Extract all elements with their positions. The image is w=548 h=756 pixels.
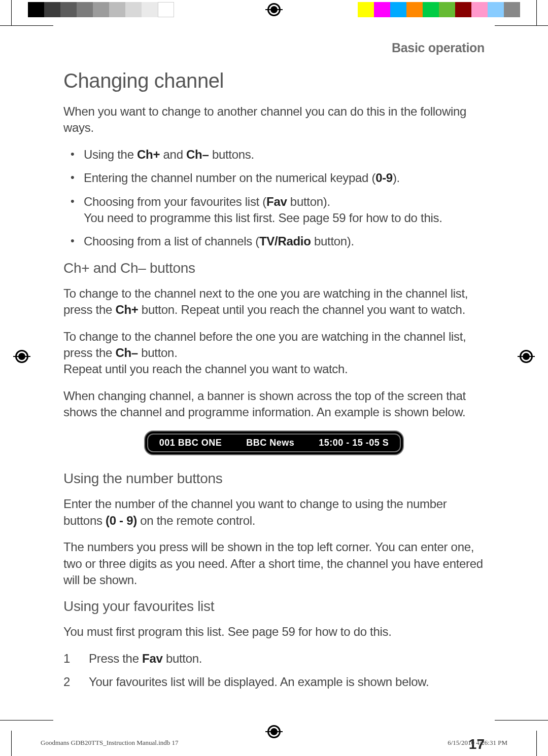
list-item: Choosing from your favourites list (Fav … xyxy=(84,194,485,227)
registration-mark-icon xyxy=(520,350,533,363)
banner-time: 15:00 - 15 -05 S xyxy=(319,438,389,448)
heading-ch-buttons: Ch+ and Ch– buttons xyxy=(63,260,485,276)
channel-banner: 001 BBC ONE BBC News 15:00 - 15 -05 S xyxy=(144,430,404,455)
registration-mark-icon xyxy=(15,350,28,363)
body-text: When changing channel, a banner is shown… xyxy=(63,388,485,421)
intro-text: When you want to change to another chann… xyxy=(63,103,485,136)
fav-steps: 1 Press the Fav button. 2 Your favourite… xyxy=(63,651,485,691)
heading-favourites: Using your favourites list xyxy=(63,598,485,615)
heading-number-buttons: Using the number buttons xyxy=(63,471,485,487)
banner-channel: 001 BBC ONE xyxy=(159,438,222,448)
body-text: The numbers you press will be shown in t… xyxy=(63,539,485,588)
color-bar-right xyxy=(358,2,520,17)
methods-list: Using the Ch+ and Ch– buttons. Entering … xyxy=(63,147,485,250)
page-content: Basic operation Changing channel When yo… xyxy=(63,41,485,700)
list-item: Choosing from a list of channels (TV/Rad… xyxy=(84,233,485,249)
section-label: Basic operation xyxy=(63,41,485,55)
list-item: 1 Press the Fav button. xyxy=(63,651,485,667)
banner-programme: BBC News xyxy=(246,438,294,448)
body-text: To change to the channel next to the one… xyxy=(63,285,485,318)
color-bar-left xyxy=(28,2,174,17)
footer-timestamp: 6/15/2010 4:26:31 PM xyxy=(448,739,507,747)
body-text: To change to the channel before the one … xyxy=(63,329,485,378)
list-item: Entering the channel number on the numer… xyxy=(84,170,485,186)
body-text: You must first program this list. See pa… xyxy=(63,624,485,640)
registration-mark-icon xyxy=(267,3,281,16)
footer-file: Goodmans GDB20TTS_Instruction Manual.ind… xyxy=(41,739,179,747)
list-item: 2 Your favourites list will be displayed… xyxy=(63,674,485,690)
list-item: Using the Ch+ and Ch– buttons. xyxy=(84,147,485,163)
body-text: Enter the number of the channel you want… xyxy=(63,496,485,529)
print-footer: Goodmans GDB20TTS_Instruction Manual.ind… xyxy=(41,739,507,747)
page-title: Changing channel xyxy=(63,69,485,92)
